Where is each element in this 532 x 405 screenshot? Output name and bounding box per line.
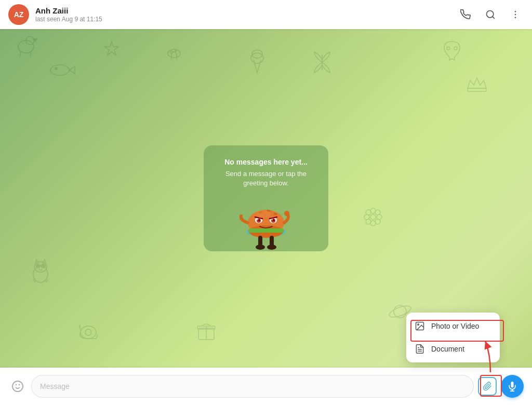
emoji-button[interactable] [8, 377, 27, 396]
svg-line-38 [493, 17, 495, 19]
popup-document-label: Document [431, 345, 464, 353]
popup-document[interactable]: Document [406, 338, 500, 360]
photo-video-icon [415, 321, 425, 331]
document-icon [415, 344, 425, 354]
svg-point-58 [256, 245, 265, 250]
svg-point-54 [257, 219, 258, 220]
svg-point-55 [272, 219, 273, 220]
empty-state-subtitle: Send a message or tap thegreeting below. [220, 169, 312, 188]
mic-button[interactable] [501, 375, 524, 398]
svg-rect-46 [249, 228, 283, 233]
svg-point-53 [273, 219, 275, 221]
empty-state-card: No messages here yet... Send a message o… [204, 145, 328, 251]
popup-photo-video[interactable]: Photo or Video [406, 315, 500, 338]
attach-button[interactable] [478, 377, 497, 396]
attach-popup-menu: Photo or Video Document [406, 313, 500, 362]
svg-point-65 [418, 324, 419, 326]
chat-header: AZ Anh Zaiii last seen Aug 9 at 11:15 [0, 0, 532, 29]
svg-point-59 [267, 245, 276, 250]
popup-photo-video-label: Photo or Video [431, 322, 479, 330]
contact-info: Anh Zaiii last seen Aug 9 at 11:15 [35, 6, 457, 23]
sticker-container [220, 194, 312, 251]
svg-point-63 [256, 210, 271, 218]
call-button[interactable] [457, 6, 474, 23]
svg-point-40 [515, 14, 516, 16]
message-input[interactable] [31, 375, 474, 398]
svg-point-52 [258, 219, 260, 221]
more-options-button[interactable] [507, 6, 524, 23]
empty-state-title: No messages here yet... [220, 158, 312, 166]
svg-point-68 [12, 381, 23, 392]
contact-status: last seen Aug 9 at 11:15 [35, 16, 457, 23]
avatar: AZ [8, 4, 29, 25]
svg-point-47 [284, 211, 289, 216]
search-button[interactable] [482, 6, 499, 23]
sticker-character [235, 194, 297, 251]
svg-point-41 [515, 17, 516, 19]
svg-point-39 [515, 11, 516, 12]
input-bar [0, 368, 532, 405]
contact-name: Anh Zaiii [35, 6, 457, 15]
header-actions [457, 6, 524, 23]
